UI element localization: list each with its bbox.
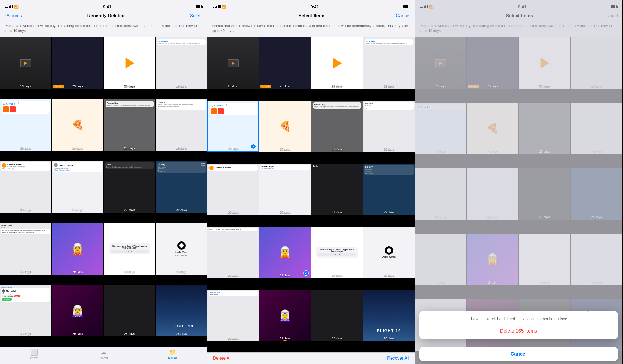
photo-cell[interactable]: 🧝 29 days <box>52 223 103 275</box>
day-label: 29 days <box>0 147 51 150</box>
selection-check <box>251 144 256 149</box>
day-label: 29 days <box>52 332 103 335</box>
select-button[interactable]: Select <box>190 13 203 19</box>
photo-cell[interactable]: INFUSE 29 days <box>52 37 103 89</box>
tab-albums-label: Albums <box>168 357 177 360</box>
dot4 <box>10 5 11 8</box>
photo-cell[interactable]: Library Downloads Watchlist 🔍 Search 29 … <box>363 164 415 215</box>
day-label: 29 days <box>363 85 415 88</box>
dot4 <box>218 5 219 8</box>
photo-cell[interactable]: FLIGHT 19 28 days <box>363 290 415 341</box>
photo-cell[interactable]: FLIGHT 19 28 days <box>156 285 207 336</box>
photo-cell[interactable]: 🧝‍♀️ 2 29 days <box>259 290 311 341</box>
nav-bar-2: Select Items Cancel <box>207 12 415 21</box>
photo-cell[interactable]: William Hughes 24 November 2015 Friend R… <box>52 161 103 213</box>
photo-cell[interactable]: Coda Back at Shacks Japanese cusine afte… <box>104 161 155 213</box>
photo-cell[interactable]: INFUSE 29 days <box>259 37 311 89</box>
action-sheet: 3 These items will be deleted. This acti… <box>419 311 618 339</box>
cancel-action-sheet[interactable]: Cancel <box>419 347 618 361</box>
day-label: 29 days <box>363 148 415 151</box>
day-label: 29 days <box>156 270 207 273</box>
day-label: 29 days <box>104 85 155 88</box>
battery-icon-2 <box>403 5 409 8</box>
photo-cell[interactable]: Vladimir Milesons 29 days <box>207 164 259 215</box>
status-bar-1: 📶 9:41 <box>0 0 207 12</box>
nav-bar-1: ‹ Albums Recently Deleted Select <box>0 12 207 21</box>
cancel-button-2[interactable]: Cancel <box>396 13 410 19</box>
photo-cell[interactable]: Coda 29 days <box>312 164 363 215</box>
photo-cell[interactable]: 🧝‍♀️ 29 days <box>52 285 103 336</box>
photo-cell[interactable]: 29 days <box>104 37 155 89</box>
day-label: 29 days <box>259 211 311 214</box>
info-banner-1: Photos and videos show the days remainin… <box>0 21 207 37</box>
day-label: 29 days <box>156 147 207 150</box>
photo-cell[interactable]: ★ Favorites Welcome back! You haven't be… <box>156 37 207 89</box>
status-time-2: 9:41 <box>310 4 319 9</box>
day-label: 29 days <box>104 208 155 211</box>
tab-bar-1: ⬜ Photos ☁ Shared 📁 Albums <box>0 347 207 364</box>
photo-cell[interactable]: +86421512085 Theo Vatch 29 days <box>207 290 259 341</box>
day-label: 29 days <box>207 337 259 340</box>
tab-photos[interactable]: ⬜ Photos <box>30 349 38 360</box>
photo-cell[interactable]: Check in 📍 29 days <box>0 99 51 151</box>
wifi-icon-2: 📶 <box>222 5 226 9</box>
chevron-left-icon: ‹ <box>4 13 6 19</box>
day-label: 29 days <box>52 85 103 88</box>
signal-dots-2 <box>213 5 221 8</box>
status-bar-2: 📶 9:41 <box>207 0 415 12</box>
photo-cell[interactable]: Apple Watch User Guide.pdf 29 days <box>156 223 207 275</box>
photo-cell[interactable]: 28 days <box>104 285 155 336</box>
day-label: 29 days <box>104 270 155 273</box>
day-label: 28 days <box>312 337 363 340</box>
day-label: 29 days <box>0 332 51 335</box>
photo-cell[interactable]: 🍕 29 days <box>259 101 311 152</box>
photo-cell[interactable]: Famous Ray Hope Schmidgar: You make true… <box>312 101 363 152</box>
delete-all-button[interactable]: Delete All <box>213 356 232 361</box>
bottom-bar-2: Delete All Recover All <box>207 352 415 364</box>
photo-cell[interactable]: 28 days <box>312 290 363 341</box>
photo-cell[interactable]: 🍕 29 days <box>52 99 103 151</box>
tab-albums[interactable]: 📁 Albums <box>168 349 177 360</box>
day-label: 28 days <box>104 332 155 335</box>
day-label: 29 days <box>312 211 363 214</box>
day-label: 29 days <box>52 147 103 150</box>
day-label: 29 days <box>259 85 311 88</box>
photo-cell[interactable]: Gabrielle Back at Shacks: Japanese cusin… <box>156 99 207 151</box>
photo-cell[interactable]: 🧝 29 days <box>259 227 311 278</box>
day-label: 29 days <box>207 274 259 277</box>
photo-cell[interactable]: William Hughes 24 November 2015 29 days <box>259 164 311 215</box>
photo-cell[interactable]: ★ Favorites Welcome back! You haven't be… <box>363 37 415 89</box>
photo-cell[interactable]: Gabrielle Back at Shacks... +2 29 days <box>363 101 415 152</box>
photo-cell[interactable]: Downloading a Copy of "Apple Watch User … <box>104 223 155 275</box>
photo-cell[interactable]: +86421512085 Theo Vatch File sending Cop… <box>0 285 51 336</box>
photo-cell[interactable]: 29 days <box>312 37 363 89</box>
dot5 <box>12 5 13 8</box>
photo-cell[interactable]: Report Spam Blank AirDrop: Share instant… <box>0 223 51 275</box>
tab-shared-label: Shared <box>99 357 108 360</box>
photo-cell[interactable]: Check in 📍 29 days <box>207 101 259 152</box>
photo-cell[interactable]: AirDrop: Share instantly with people nea… <box>207 227 259 278</box>
photo-cell[interactable]: Apple Watch 29 days <box>363 227 415 278</box>
photo-cell[interactable]: Vladimir Milesons Daily • Yesterday • Mu… <box>0 161 51 213</box>
day-label: 28 days <box>363 337 415 340</box>
cancel-action-label[interactable]: Cancel <box>511 351 527 357</box>
delete-items-button[interactable]: Delete 165 Items <box>419 325 618 339</box>
back-label-1[interactable]: Albums <box>7 13 22 19</box>
dot1 <box>5 7 7 8</box>
panel-3: 📶 9:41 Select Items Cancel Photos and vi… <box>415 0 622 364</box>
albums-icon: 📁 <box>169 349 176 356</box>
tab-shared[interactable]: ☁ Shared <box>99 349 108 360</box>
annotation-2: 2 <box>282 340 288 341</box>
photo-cell[interactable]: 29 days <box>0 37 51 89</box>
photo-cell[interactable]: Famous Ray Hope Schmidgar: You make true… <box>104 99 155 151</box>
signal-dots <box>5 5 13 8</box>
back-button-1[interactable]: ‹ Albums <box>4 13 22 19</box>
day-label: 29 days <box>259 148 311 151</box>
day-label: 29 days <box>0 270 51 273</box>
photo-cell[interactable]: Library Downloads Watchlist 🔍 Search <box>156 161 207 213</box>
info-banner-2: Photos and videos show the days remainin… <box>207 21 415 37</box>
day-label: 29 days <box>363 274 415 277</box>
recover-all-button[interactable]: Recover All <box>387 356 409 361</box>
photo-cell[interactable]: 29 days <box>207 37 259 89</box>
photo-cell[interactable]: Downloading a Copy of "Apple Watch User … <box>312 227 363 278</box>
